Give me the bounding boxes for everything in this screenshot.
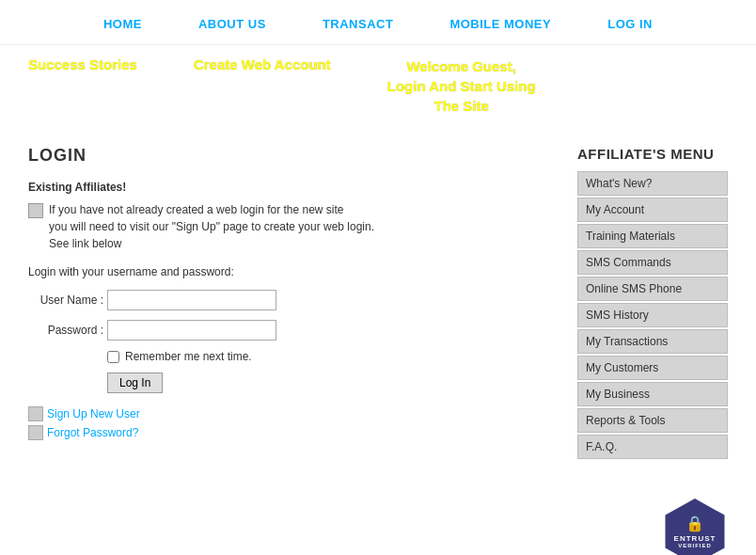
main-content: LOGIN Existing Affiliates! If you have n… — [0, 127, 756, 480]
remember-checkbox[interactable] — [107, 351, 119, 363]
create-account-link[interactable]: Create Web Account — [194, 56, 331, 72]
entrust-badge: 🔒 ENTRUST VERIFIED — [662, 499, 728, 555]
forgot-icon — [28, 425, 43, 440]
password-input[interactable] — [107, 320, 276, 341]
nav-mobile-money[interactable]: MOBILE MONEY — [449, 17, 551, 31]
menu-faq[interactable]: F.A.Q. — [577, 435, 728, 459]
badge-lock-icon: 🔒 — [685, 515, 704, 532]
password-row: Password : — [28, 320, 498, 341]
info-text: If you have not already created a web lo… — [49, 201, 374, 252]
menu-online-sms-phone[interactable]: Online SMS Phone — [577, 277, 728, 301]
remember-label: Remember me next time. — [125, 350, 252, 363]
existing-affiliates-label: Existing Affiliates! — [28, 181, 498, 194]
nav-about[interactable]: ABOUT US — [198, 17, 266, 31]
menu-sms-commands[interactable]: SMS Commands — [577, 250, 728, 275]
remember-row: Remember me next time. — [107, 350, 498, 363]
login-section: LOGIN Existing Affiliates! If you have n… — [28, 146, 498, 461]
forgot-password-link[interactable]: Forgot Password? — [47, 426, 138, 439]
entrust-badge-container: 🔒 ENTRUST VERIFIED — [0, 480, 756, 555]
username-label: User Name : — [28, 293, 103, 307]
signup-row: Sign Up New User — [28, 406, 498, 421]
badge-verified: VERIFIED — [678, 543, 712, 548]
login-button-row: Log In — [107, 373, 498, 393]
nav-home[interactable]: HOME — [103, 17, 142, 31]
menu-sms-history[interactable]: SMS History — [577, 303, 728, 327]
info-icon — [28, 203, 43, 218]
username-row: User Name : — [28, 290, 498, 310]
username-input[interactable] — [107, 290, 276, 310]
forgot-row: Forgot Password? — [28, 425, 498, 440]
menu-my-business[interactable]: My Business — [577, 382, 728, 406]
affiliate-menu: AFFILIATE'S MENU What's New? My Account … — [577, 146, 728, 461]
success-stories-link[interactable]: Success Stories — [28, 56, 137, 72]
menu-reports-tools[interactable]: Reports & Tools — [577, 408, 728, 433]
nav-transact[interactable]: TRANSACT — [323, 17, 394, 31]
menu-training-materials[interactable]: Training Materials — [577, 224, 728, 248]
login-heading: LOGIN — [28, 146, 498, 166]
signup-link[interactable]: Sign Up New User — [47, 407, 140, 420]
menu-my-account[interactable]: My Account — [577, 198, 728, 222]
welcome-message: Welcome Guest, Login And Start Using The… — [387, 56, 536, 116]
login-button[interactable]: Log In — [107, 373, 163, 393]
password-label: Password : — [28, 324, 103, 337]
menu-whats-new[interactable]: What's New? — [577, 171, 728, 196]
badge-brand: ENTRUST — [674, 534, 717, 543]
top-navigation: HOME ABOUT US TRANSACT MOBILE MONEY LOG … — [0, 0, 756, 45]
login-prompt: Login with your username and password: — [28, 265, 498, 278]
signup-icon — [28, 406, 43, 421]
nav-login[interactable]: LOG IN — [607, 17, 653, 31]
menu-my-customers[interactable]: My Customers — [577, 356, 728, 380]
sub-navigation: Success Stories Create Web Account Welco… — [0, 45, 756, 127]
info-box: If you have not already created a web lo… — [28, 201, 498, 252]
menu-my-transactions[interactable]: My Transactions — [577, 329, 728, 354]
affiliate-menu-heading: AFFILIATE'S MENU — [577, 146, 728, 162]
